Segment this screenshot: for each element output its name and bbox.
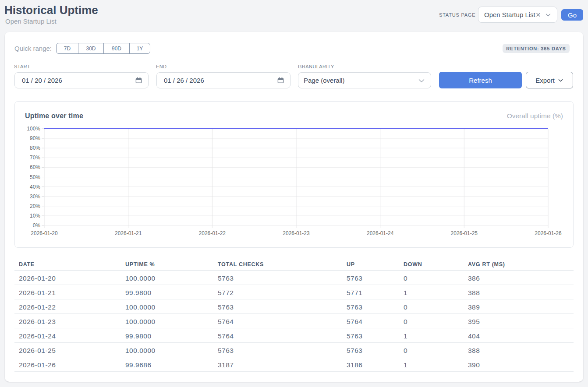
- svg-text:70%: 70%: [30, 155, 40, 161]
- svg-text:2026-01-20: 2026-01-20: [31, 230, 58, 236]
- svg-text:2026-01-23: 2026-01-23: [283, 230, 310, 236]
- svg-text:60%: 60%: [30, 164, 40, 170]
- svg-text:10%: 10%: [30, 213, 40, 219]
- svg-text:50%: 50%: [30, 174, 40, 180]
- svg-text:2026-01-22: 2026-01-22: [199, 230, 226, 236]
- svg-text:100%: 100%: [27, 126, 40, 132]
- svg-text:80%: 80%: [30, 145, 40, 151]
- svg-text:20%: 20%: [30, 203, 40, 209]
- svg-text:2026-01-21: 2026-01-21: [115, 230, 142, 236]
- svg-text:40%: 40%: [30, 184, 40, 190]
- svg-text:0%: 0%: [33, 222, 41, 229]
- svg-text:2026-01-24: 2026-01-24: [367, 230, 394, 236]
- svg-text:90%: 90%: [30, 135, 40, 141]
- svg-text:30%: 30%: [30, 194, 40, 200]
- svg-text:2026-01-26: 2026-01-26: [535, 230, 562, 236]
- svg-text:2026-01-25: 2026-01-25: [451, 230, 478, 236]
